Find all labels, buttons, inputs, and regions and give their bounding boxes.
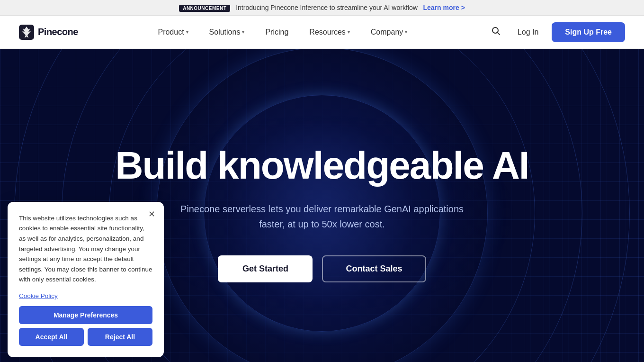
announcement-tag: ANNOUNCEMENT (179, 5, 230, 12)
nav-item-solutions[interactable]: Solutions ▾ (201, 24, 253, 40)
navbar: Pinecone Product ▾ Solutions ▾ Pricing R… (0, 16, 644, 49)
announcement-text: Introducing Pinecone Inference to stream… (236, 4, 418, 11)
accept-all-button[interactable]: Accept All (19, 328, 84, 346)
contact-sales-button[interactable]: Contact Sales (322, 255, 426, 282)
close-icon: ✕ (148, 209, 155, 219)
hero-title: Build knowledgeable AI (115, 144, 528, 187)
cookie-policy-link[interactable]: Cookie Policy (19, 292, 152, 299)
hero-content: Build knowledgeable AI Pinecone serverle… (96, 144, 547, 282)
cookie-consent-modal: ✕ This website utilizes technologies suc… (8, 202, 164, 357)
signup-button[interactable]: Sign Up Free (552, 22, 625, 42)
nav-link-product[interactable]: Product ▾ (149, 24, 197, 40)
login-button[interactable]: Log In (510, 24, 546, 40)
cookie-body-text: This website utilizes technologies such … (19, 213, 152, 285)
announcement-bar: ANNOUNCEMENT Introducing Pinecone Infere… (0, 0, 644, 16)
chevron-down-icon: ▾ (186, 29, 188, 35)
logo-text: Pinecone (38, 27, 78, 37)
nav-logo[interactable]: Pinecone (19, 25, 78, 40)
nav-link-solutions[interactable]: Solutions ▾ (201, 24, 253, 40)
nav-link-pricing[interactable]: Pricing (257, 24, 297, 40)
nav-link-company[interactable]: Company ▾ (362, 24, 416, 40)
search-button[interactable] (487, 22, 504, 42)
cookie-bottom-buttons: Accept All Reject All (19, 328, 152, 346)
chevron-down-icon: ▾ (348, 29, 350, 35)
hero-subtitle: Pinecone serverless lets you deliver rem… (170, 201, 474, 232)
nav-actions: Log In Sign Up Free (487, 22, 625, 42)
get-started-button[interactable]: Get Started (218, 255, 313, 282)
nav-links: Product ▾ Solutions ▾ Pricing Resources … (149, 24, 416, 40)
chevron-down-icon: ▾ (242, 29, 244, 35)
nav-link-resources[interactable]: Resources ▾ (301, 24, 358, 40)
nav-item-pricing[interactable]: Pricing (257, 24, 297, 40)
chevron-down-icon: ▾ (405, 29, 407, 35)
nav-item-resources[interactable]: Resources ▾ (301, 24, 358, 40)
manage-preferences-button[interactable]: Manage Preferences (19, 306, 152, 324)
nav-item-company[interactable]: Company ▾ (362, 24, 416, 40)
hero-buttons: Get Started Contact Sales (115, 255, 528, 282)
reject-all-button[interactable]: Reject All (88, 328, 152, 346)
nav-item-product[interactable]: Product ▾ (149, 24, 197, 40)
svg-line-2 (497, 33, 500, 35)
search-icon (491, 26, 501, 36)
cookie-close-button[interactable]: ✕ (145, 208, 158, 221)
pinecone-logo-icon (19, 25, 34, 40)
learn-more-link[interactable]: Learn more > (423, 4, 465, 11)
